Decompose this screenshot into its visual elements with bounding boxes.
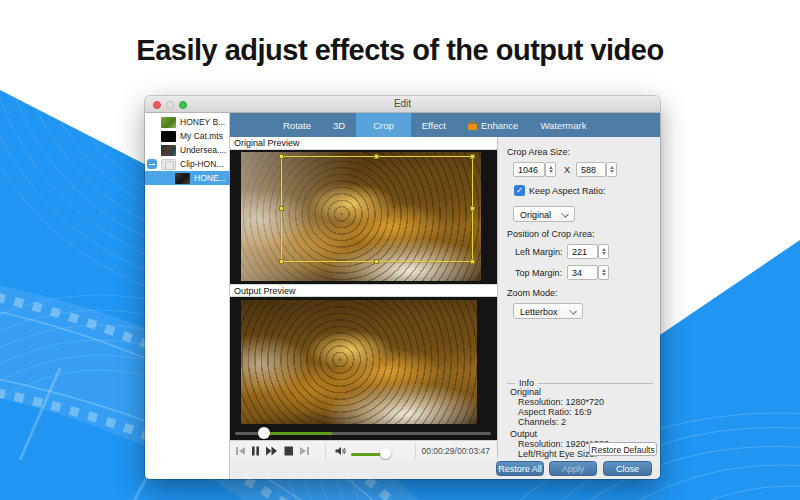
list-item-mycat[interactable]: My Cat.mts bbox=[145, 129, 230, 143]
tab-watermark[interactable]: Watermark bbox=[529, 113, 597, 137]
crop-area-size-label: Crop Area Size: bbox=[507, 147, 570, 157]
zoom-mode-value: Letterbox bbox=[520, 307, 558, 317]
video-thumbnail bbox=[161, 117, 176, 128]
close-button[interactable]: Close bbox=[603, 461, 652, 476]
collapse-minus-icon[interactable] bbox=[147, 159, 157, 169]
screenshot-canvas: Easily adjust effects of the output vide… bbox=[0, 0, 800, 500]
zoom-mode-label: Zoom Mode: bbox=[507, 288, 558, 298]
seek-handle[interactable] bbox=[258, 427, 270, 439]
aspect-ratio-value: Original bbox=[520, 210, 551, 220]
stop-icon[interactable] bbox=[282, 445, 295, 457]
crop-handle[interactable] bbox=[279, 259, 284, 264]
volume-handle[interactable] bbox=[380, 448, 391, 459]
chevron-down-icon bbox=[569, 307, 577, 315]
video-thumbnail-placeholder bbox=[161, 159, 176, 170]
skip-back-icon[interactable] bbox=[234, 445, 247, 457]
list-item-hone-selected[interactable]: HONE... bbox=[145, 171, 230, 185]
edit-tabbar: Rotate 3D Crop Effect Enhance Watermark bbox=[230, 113, 660, 137]
skip-forward-icon[interactable] bbox=[298, 445, 311, 457]
aspect-ratio-select[interactable]: Original bbox=[513, 206, 575, 222]
tab-enhance[interactable]: Enhance bbox=[457, 113, 530, 137]
crop-size-separator: X bbox=[564, 165, 570, 175]
crop-width-stepper[interactable] bbox=[545, 162, 556, 177]
pause-icon[interactable] bbox=[249, 445, 262, 457]
info-original-heading: Original bbox=[510, 387, 541, 397]
info-row: Resolution: 1280*720 bbox=[518, 397, 604, 407]
crop-selection-rectangle[interactable] bbox=[281, 156, 473, 262]
crop-handle[interactable] bbox=[374, 154, 379, 159]
crop-handle[interactable] bbox=[470, 206, 475, 211]
apply-button[interactable]: Apply bbox=[549, 461, 597, 476]
tab-3d[interactable]: 3D bbox=[322, 113, 356, 137]
crop-handle[interactable] bbox=[374, 259, 379, 264]
restore-defaults-button[interactable]: Restore Defaults bbox=[589, 442, 657, 456]
video-thumbnail bbox=[161, 131, 176, 142]
lock-icon bbox=[468, 121, 477, 130]
info-output-heading: Output bbox=[510, 429, 537, 439]
clip-label: My Cat.mts bbox=[180, 131, 223, 141]
crop-width-input[interactable]: 1046 bbox=[513, 162, 545, 177]
list-item-honey[interactable]: HONEY B... bbox=[145, 115, 230, 129]
tab-effect[interactable]: Effect bbox=[411, 113, 457, 137]
zoom-mode-select[interactable]: Letterbox bbox=[513, 303, 583, 319]
chevron-down-icon bbox=[561, 210, 569, 218]
window-titlebar[interactable]: Edit bbox=[145, 96, 660, 113]
crop-handle[interactable] bbox=[279, 154, 284, 159]
left-margin-label: Left Margin: bbox=[515, 247, 563, 257]
toolbar-divider bbox=[325, 443, 326, 459]
output-preview-frame bbox=[230, 297, 497, 440]
crop-handle[interactable] bbox=[279, 206, 284, 211]
info-row: Aspect Ratio: 16:9 bbox=[518, 407, 592, 417]
tab-crop[interactable]: Crop bbox=[356, 113, 411, 137]
playback-time: 00:00:29/00:03:47 bbox=[421, 446, 490, 456]
crop-handle[interactable] bbox=[470, 154, 475, 159]
clip-label: HONEY B... bbox=[180, 117, 225, 127]
left-margin-input[interactable]: 221 bbox=[567, 244, 598, 259]
restore-all-button[interactable]: Restore All bbox=[496, 461, 544, 476]
clip-label: Clip-HON... bbox=[180, 159, 223, 169]
window-title: Edit bbox=[145, 98, 660, 109]
list-item-clip-hon[interactable]: Clip-HON... bbox=[145, 157, 230, 171]
fast-forward-icon[interactable] bbox=[265, 445, 278, 457]
window-footer: Restore All Apply Close bbox=[230, 460, 660, 479]
playback-toolbar: 00:00:29/00:03:47 bbox=[230, 440, 497, 460]
clip-label: HONE... bbox=[194, 173, 226, 183]
position-label: Position of Crop Area: bbox=[507, 229, 595, 239]
video-thumbnail bbox=[161, 145, 176, 156]
keep-aspect-checkbox[interactable] bbox=[514, 185, 525, 196]
clip-label: Undersea.... bbox=[180, 145, 226, 155]
speaker-icon[interactable] bbox=[334, 445, 347, 457]
top-margin-stepper[interactable] bbox=[598, 265, 609, 280]
page-title: Easily adjust effects of the output vide… bbox=[0, 34, 800, 67]
video-thumbnail bbox=[175, 173, 190, 184]
clip-list-sidebar: HONEY B... My Cat.mts Undersea.... Clip-… bbox=[145, 113, 230, 479]
original-preview-frame bbox=[230, 150, 497, 284]
left-margin-stepper[interactable] bbox=[598, 244, 609, 259]
list-item-undersea[interactable]: Undersea.... bbox=[145, 143, 230, 157]
edit-window: Edit HONEY B... My Cat.mts Undersea.... … bbox=[145, 96, 660, 479]
output-preview-image bbox=[241, 300, 477, 424]
toolbar-divider bbox=[415, 443, 416, 459]
output-preview-label: Output Preview bbox=[230, 284, 497, 297]
top-margin-label: Top Margin: bbox=[515, 268, 562, 278]
crop-settings-panel: Crop Area Size: 1046 X 588 Keep Aspect R… bbox=[497, 137, 660, 458]
info-row: Channels: 2 bbox=[518, 417, 566, 427]
original-preview-label: Original Preview bbox=[230, 137, 497, 150]
crop-handle[interactable] bbox=[470, 259, 475, 264]
top-margin-input[interactable]: 34 bbox=[567, 265, 598, 280]
keep-aspect-label: Keep Aspect Ratio: bbox=[529, 186, 606, 196]
seek-bar-progress bbox=[264, 432, 332, 435]
crop-height-stepper[interactable] bbox=[606, 162, 617, 177]
crop-height-input[interactable]: 588 bbox=[576, 162, 606, 177]
tab-rotate[interactable]: Rotate bbox=[272, 113, 322, 137]
